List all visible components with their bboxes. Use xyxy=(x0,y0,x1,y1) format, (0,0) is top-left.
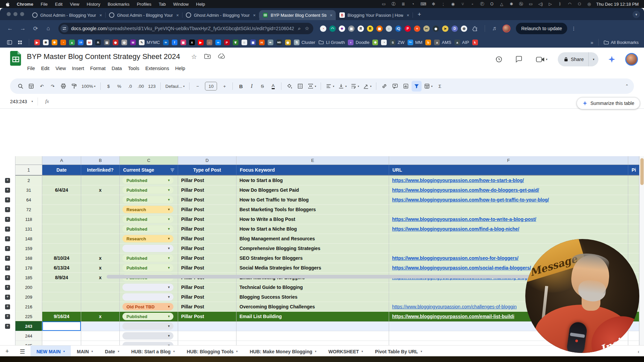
forward-icon[interactable]: → xyxy=(17,23,28,34)
tab-search-icon[interactable]: ▾ xyxy=(633,11,640,18)
share-button[interactable]: Share ▾ xyxy=(558,52,598,66)
cell-stage[interactable]: ▼ xyxy=(120,292,178,302)
stage-dropdown-chip[interactable]: ▼ xyxy=(122,332,173,340)
sheets-grid-icon[interactable] xyxy=(26,81,36,92)
stage-dropdown-chip[interactable]: Old Post TBD▼ xyxy=(122,303,173,310)
menu-item-tab[interactable]: Tab xyxy=(155,2,169,7)
openai-icon[interactable]: ✺ xyxy=(509,2,514,6)
table-views-icon[interactable]: ▾ xyxy=(422,81,434,92)
url-link[interactable]: https://www.bloggingyourpassion.com/emai… xyxy=(392,314,514,319)
bookmark-icon[interactable]: ▣ xyxy=(250,40,256,45)
header-cell-stage[interactable]: Current Stage xyxy=(120,165,178,176)
borders-icon[interactable] xyxy=(295,81,305,92)
extension-icon[interactable]: + xyxy=(414,25,420,32)
cell-interlinked[interactable] xyxy=(81,331,120,341)
sheets-menu-edit[interactable]: Edit xyxy=(38,64,52,72)
bookmark-icon[interactable]: ◉ xyxy=(285,40,291,45)
back-icon[interactable]: ← xyxy=(5,23,15,34)
url-link[interactable]: https://www.bloggingyourpassion.com/how-… xyxy=(392,178,524,183)
cell-type[interactable]: Pillar Post xyxy=(178,195,236,205)
stage-dropdown-chip[interactable]: Published▼ xyxy=(122,225,173,233)
cell-keyword[interactable]: Blogging Success Stories xyxy=(236,292,389,302)
expand-group-icon[interactable]: + xyxy=(5,217,10,222)
cell-keyword[interactable]: Blog Management and Resources xyxy=(236,234,389,244)
stage-dropdown-chip[interactable]: Published▼ xyxy=(122,264,173,272)
sheet-tab-hub-start-a-blog[interactable]: HUB: Start a Blog▾ xyxy=(125,346,180,357)
extension-icon[interactable]: ▦ xyxy=(376,25,383,32)
screen-record-icon[interactable]: ◔ xyxy=(411,2,415,6)
header-cell-interlinked[interactable]: Interlinked? xyxy=(81,165,120,176)
vertical-scrollbar[interactable] xyxy=(639,156,644,362)
row-header-118[interactable]: 118 xyxy=(15,215,42,224)
row-header-200[interactable]: 200 xyxy=(15,283,42,292)
zoom-page-icon[interactable]: ⌕ xyxy=(298,25,301,32)
close-window-button[interactable] xyxy=(7,12,11,16)
cell-stage[interactable]: Published▼ xyxy=(120,312,178,321)
menu-item-window[interactable]: Window xyxy=(169,2,192,7)
cell-stage[interactable]: Published▼ xyxy=(120,215,178,224)
bookmark-icon[interactable]: ∞ xyxy=(215,40,221,45)
bookmark-icon[interactable]: ▶ xyxy=(198,40,204,45)
cell-interlinked[interactable]: x xyxy=(81,312,120,321)
print-icon[interactable] xyxy=(58,81,68,92)
sheet-tab-date[interactable]: Date▾ xyxy=(99,346,125,357)
expand-group-icon[interactable]: + xyxy=(5,256,10,261)
bookmark-icon[interactable]: ▶ xyxy=(34,40,40,45)
cell-stage[interactable]: Research▼ xyxy=(120,234,178,244)
bookmark-icon[interactable]: b xyxy=(425,40,431,45)
cell-keyword[interactable]: How Do Bloggers Get Paid xyxy=(236,185,389,195)
menu-item-file[interactable]: File xyxy=(37,2,51,7)
cell-interlinked[interactable] xyxy=(81,292,120,302)
bookmark-ams[interactable]: aAMS xyxy=(434,40,451,45)
row-header-178[interactable]: 178 xyxy=(15,263,42,273)
row-header-159[interactable]: 159 xyxy=(15,244,42,253)
cell-date[interactable] xyxy=(42,215,81,224)
cell-date[interactable]: 8/9/24 xyxy=(42,273,81,283)
sheets-menu-tools[interactable]: Tools xyxy=(125,64,142,72)
search-icon[interactable] xyxy=(15,81,25,92)
column-header-B[interactable]: B xyxy=(81,156,120,165)
side-panel-icon[interactable] xyxy=(5,37,13,48)
extension-icon[interactable]: ◠ xyxy=(329,25,336,32)
row-header-244[interactable]: 244 xyxy=(15,331,42,341)
cell-interlinked[interactable] xyxy=(81,321,120,331)
cell-date[interactable] xyxy=(42,176,81,185)
gemini-sparkle-icon[interactable] xyxy=(605,53,619,66)
row-header-31[interactable]: 31 xyxy=(15,185,42,195)
cell-type[interactable]: Pillar Post xyxy=(178,215,236,224)
cell-keyword[interactable]: How to Write a Blog Post xyxy=(236,215,389,224)
cell-date[interactable] xyxy=(42,205,81,215)
table-row-31[interactable]: +316/4/24xPublished▼Pillar PostHow Do Bl… xyxy=(0,185,644,195)
cell-keyword[interactable]: Technical Guide to Blogging xyxy=(236,283,389,292)
browser-tab-5[interactable]: BBlogging Your Passion | How × xyxy=(336,10,413,20)
column-header-D[interactable]: D xyxy=(178,156,236,165)
format-percent-icon[interactable]: % xyxy=(114,81,124,92)
move-folder-icon[interactable] xyxy=(204,54,211,60)
zoom-window-button[interactable] xyxy=(20,12,24,16)
cell-type[interactable] xyxy=(178,331,236,341)
cell-keyword[interactable] xyxy=(236,321,389,331)
cell-stage[interactable]: Published▼ xyxy=(120,176,178,185)
bookmark-icon[interactable]: ❦ xyxy=(233,40,238,45)
summarize-table-button[interactable]: Summarize this table xyxy=(577,97,640,109)
screen-mirroring-icon[interactable]: ▭ xyxy=(381,2,386,6)
expand-group-icon[interactable]: + xyxy=(5,285,10,290)
cell-date[interactable] xyxy=(42,331,81,341)
table-row-131[interactable]: +131Published▼Pillar PostHow to Start a … xyxy=(0,224,644,234)
extension-icon[interactable]: ➤ xyxy=(442,25,448,32)
cell-interlinked[interactable]: x xyxy=(81,253,120,263)
table-row-118[interactable]: +118Published▼Pillar PostHow to Write a … xyxy=(0,215,644,224)
cell-type[interactable]: Pillar Post xyxy=(178,205,236,215)
stage-dropdown-chip[interactable]: Published▼ xyxy=(122,216,173,223)
cell-date[interactable] xyxy=(42,234,81,244)
increase-decimals-icon[interactable]: .00 xyxy=(136,81,146,92)
bookmark-icon[interactable]: ✹ xyxy=(372,40,378,45)
stage-dropdown-chip[interactable]: Published▼ xyxy=(122,313,173,320)
cell-type[interactable]: Pillar Post xyxy=(178,292,236,302)
comments-icon[interactable] xyxy=(512,53,526,66)
row-header-185[interactable]: 185 xyxy=(15,273,42,283)
cell-keyword[interactable]: Best Marketing Tools for Bloggers xyxy=(236,205,389,215)
extension-icon[interactable]: ▣ xyxy=(348,25,355,32)
version-history-icon[interactable] xyxy=(492,53,505,66)
bell-icon[interactable]: ◉ xyxy=(451,2,455,6)
